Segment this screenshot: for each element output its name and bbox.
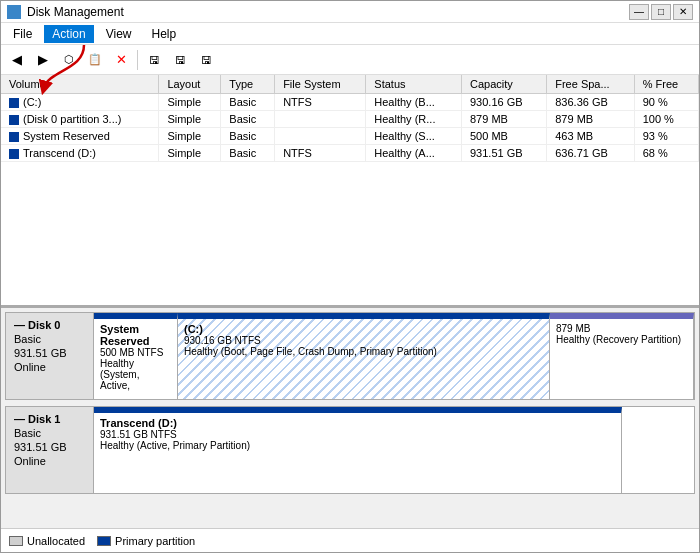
cell-volume: Transcend (D:) xyxy=(1,145,159,162)
cell-pct: 68 % xyxy=(634,145,698,162)
partition-d-detail: 931.51 GB NTFS xyxy=(100,429,615,440)
disk-0-size: 931.51 GB xyxy=(14,347,85,359)
disk-1-name: — Disk 1 xyxy=(14,413,85,425)
disk-1-partition-d[interactable]: Transcend (D:) 931.51 GB NTFS Healthy (A… xyxy=(94,407,622,493)
menu-help[interactable]: Help xyxy=(144,25,185,43)
volume-table: Volume Layout Type File System Status Ca… xyxy=(1,75,699,162)
disk-0-partition-sysres[interactable]: System Reserved 500 MB NTFS Healthy (Sys… xyxy=(94,313,178,399)
menu-action[interactable]: Action xyxy=(44,25,93,43)
disk-0-status: Online xyxy=(14,361,85,373)
maximize-button[interactable]: □ xyxy=(651,4,671,20)
close-button[interactable]: ✕ xyxy=(673,4,693,20)
cell-type: Basic xyxy=(221,128,275,145)
cell-free: 463 MB xyxy=(547,128,634,145)
toolbar-btn-4[interactable]: 📋 xyxy=(83,48,107,72)
legend-primary-box xyxy=(97,536,111,546)
volume-table-panel: Volume Layout Type File System Status Ca… xyxy=(1,75,699,308)
cell-fs xyxy=(275,111,366,128)
legend-primary-label: Primary partition xyxy=(115,535,195,547)
minimize-button[interactable]: — xyxy=(629,4,649,20)
cell-pct: 100 % xyxy=(634,111,698,128)
toolbar-btn-delete[interactable]: ✕ xyxy=(109,48,133,72)
app-icon xyxy=(7,5,21,19)
col-pctfree[interactable]: % Free xyxy=(634,75,698,94)
disk-0-partition-c[interactable]: (C:) 930.16 GB NTFS Healthy (Boot, Page … xyxy=(178,313,550,399)
forward-button[interactable]: ▶ xyxy=(31,48,55,72)
disk-1-label: — Disk 1 Basic 931.51 GB Online xyxy=(6,407,94,493)
cell-type: Basic xyxy=(221,94,275,111)
cell-type: Basic xyxy=(221,111,275,128)
partition-recovery-detail: 879 MB xyxy=(556,323,687,334)
title-bar-controls[interactable]: — □ ✕ xyxy=(629,4,693,20)
col-layout[interactable]: Layout xyxy=(159,75,221,94)
col-type[interactable]: Type xyxy=(221,75,275,94)
table-row[interactable]: System Reserved Simple Basic Healthy (S.… xyxy=(1,128,699,145)
legend-unalloc-box xyxy=(9,536,23,546)
table-row[interactable]: (Disk 0 partition 3...) Simple Basic Hea… xyxy=(1,111,699,128)
disk-management-window: Disk Management — □ ✕ File Action View H… xyxy=(0,0,700,553)
table-row[interactable]: Transcend (D:) Simple Basic NTFS Healthy… xyxy=(1,145,699,162)
legend-unalloc-label: Unallocated xyxy=(27,535,85,547)
content-area: Volume Layout Type File System Status Ca… xyxy=(1,75,699,552)
cell-status: Healthy (B... xyxy=(366,94,462,111)
cell-layout: Simple xyxy=(159,111,221,128)
col-status[interactable]: Status xyxy=(366,75,462,94)
cell-status: Healthy (A... xyxy=(366,145,462,162)
toolbar-separator xyxy=(137,50,138,70)
disk-1-type: Basic xyxy=(14,427,85,439)
window-title: Disk Management xyxy=(27,5,124,19)
toolbar-btn-6[interactable]: 🖫 xyxy=(142,48,166,72)
table-row[interactable]: (C:) Simple Basic NTFS Healthy (B... 930… xyxy=(1,94,699,111)
title-bar: Disk Management — □ ✕ xyxy=(1,1,699,23)
partition-c-name: (C:) xyxy=(184,323,543,335)
col-capacity[interactable]: Capacity xyxy=(462,75,547,94)
disk-0-partition-recovery[interactable]: 879 MB Healthy (Recovery Partition) xyxy=(550,313,694,399)
col-filesystem[interactable]: File System xyxy=(275,75,366,94)
cell-capacity: 500 MB xyxy=(462,128,547,145)
cell-status: Healthy (R... xyxy=(366,111,462,128)
partition-d-health: Healthy (Active, Primary Partition) xyxy=(100,440,615,451)
disk-0-name: — Disk 0 xyxy=(14,319,85,331)
legend-bar: Unallocated Primary partition xyxy=(1,528,699,552)
partition-c-detail: 930.16 GB NTFS xyxy=(184,335,543,346)
col-volume[interactable]: Volume xyxy=(1,75,159,94)
cell-fs xyxy=(275,128,366,145)
back-button[interactable]: ◀ xyxy=(5,48,29,72)
cell-free: 636.71 GB xyxy=(547,145,634,162)
cell-pct: 93 % xyxy=(634,128,698,145)
disk-0-row: — Disk 0 Basic 931.51 GB Online System R… xyxy=(5,312,695,400)
disk-1-partitions: Transcend (D:) 931.51 GB NTFS Healthy (A… xyxy=(94,407,694,493)
partition-c-health: Healthy (Boot, Page File, Crash Dump, Pr… xyxy=(184,346,543,357)
partition-sysres-detail: 500 MB NTFS xyxy=(100,347,171,358)
cell-capacity: 930.16 GB xyxy=(462,94,547,111)
menu-bar: File Action View Help xyxy=(1,23,699,45)
cell-free: 836.36 GB xyxy=(547,94,634,111)
cell-free: 879 MB xyxy=(547,111,634,128)
disk-1-size: 931.51 GB xyxy=(14,441,85,453)
disk-visual-panel: — Disk 0 Basic 931.51 GB Online System R… xyxy=(1,308,699,528)
cell-fs: NTFS xyxy=(275,94,366,111)
toolbar: ◀ ▶ ⬡ 📋 ✕ 🖫 🖫 🖫 xyxy=(1,45,699,75)
legend-primary: Primary partition xyxy=(97,535,195,547)
toolbar-btn-3[interactable]: ⬡ xyxy=(57,48,81,72)
cell-capacity: 879 MB xyxy=(462,111,547,128)
disk-0-label: — Disk 0 Basic 931.51 GB Online xyxy=(6,313,94,399)
cell-pct: 90 % xyxy=(634,94,698,111)
partition-recovery-health: Healthy (Recovery Partition) xyxy=(556,334,687,345)
title-bar-left: Disk Management xyxy=(7,5,124,19)
cell-fs: NTFS xyxy=(275,145,366,162)
toolbar-btn-7[interactable]: 🖫 xyxy=(168,48,192,72)
disk-0-partitions: System Reserved 500 MB NTFS Healthy (Sys… xyxy=(94,313,694,399)
menu-view[interactable]: View xyxy=(98,25,140,43)
col-freespace[interactable]: Free Spa... xyxy=(547,75,634,94)
cell-volume: System Reserved xyxy=(1,128,159,145)
cell-status: Healthy (S... xyxy=(366,128,462,145)
disk-1-row: — Disk 1 Basic 931.51 GB Online Transcen… xyxy=(5,406,695,494)
disk-0-type: Basic xyxy=(14,333,85,345)
toolbar-btn-8[interactable]: 🖫 xyxy=(194,48,218,72)
menu-file[interactable]: File xyxy=(5,25,40,43)
cell-volume: (C:) xyxy=(1,94,159,111)
cell-layout: Simple xyxy=(159,94,221,111)
partition-sysres-name: System Reserved xyxy=(100,323,171,347)
cell-type: Basic xyxy=(221,145,275,162)
